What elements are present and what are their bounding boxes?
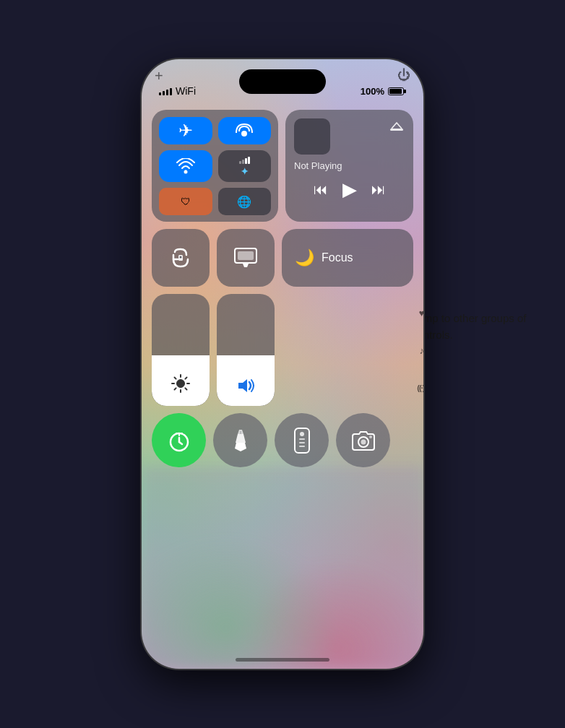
volume-icon-wrap: [236, 377, 256, 397]
svg-rect-22: [299, 442, 305, 443]
svg-line-12: [175, 378, 176, 379]
screen-mirror-icon: [234, 248, 257, 268]
signal-bar-1: [159, 92, 161, 95]
signal-bar-4: [170, 88, 172, 95]
screen-mirror-tile[interactable]: [217, 229, 275, 287]
music-side-icon: ♪: [419, 345, 423, 356]
rotation-lock-icon: [169, 246, 192, 269]
brightness-icon-wrap: [171, 374, 190, 396]
airplay-button[interactable]: [389, 118, 405, 137]
battery-fill: [389, 89, 402, 94]
album-art: [294, 118, 330, 155]
wifi-button[interactable]: [159, 150, 212, 183]
network-bottom-row: 🛡 🌐: [159, 188, 271, 215]
brightness-icon: [171, 374, 190, 393]
forward-button[interactable]: ⏭: [371, 181, 386, 198]
globe-icon: 🌐: [237, 195, 251, 209]
airdrop-button[interactable]: [218, 117, 272, 144]
rewind-button[interactable]: ⏮: [314, 181, 328, 198]
sliders-row: ♥ ♪ ((·)): [152, 294, 413, 406]
media-tile[interactable]: Not Playing ⏮ ▶ ⏭: [285, 110, 413, 222]
battery-icon: [388, 87, 406, 95]
signal-bar-2: [163, 91, 165, 95]
battery-tip: [404, 90, 406, 93]
globe-button[interactable]: 🌐: [218, 188, 272, 215]
torch-button[interactable]: [213, 413, 267, 467]
svg-point-25: [361, 439, 366, 444]
remote-button[interactable]: [275, 413, 329, 467]
phone-frame: + ⏻ WiFi 100%: [142, 59, 423, 669]
svg-point-26: [369, 436, 372, 438]
camera-button[interactable]: [336, 413, 390, 467]
svg-rect-23: [299, 446, 305, 447]
torch-icon: [230, 428, 251, 453]
bottom-row: [152, 413, 413, 467]
focus-icon: 🌙: [295, 248, 314, 267]
cellular-bars: [239, 155, 250, 164]
svg-rect-2: [390, 129, 403, 131]
svg-point-20: [300, 432, 304, 436]
svg-point-4: [180, 256, 182, 259]
media-controls: ⏮ ▶ ⏭: [294, 178, 405, 201]
row-1: ✈: [152, 110, 413, 222]
battery-body: [388, 87, 404, 95]
focus-tile[interactable]: 🌙 Focus: [282, 229, 413, 287]
svg-point-0: [241, 131, 247, 136]
wifi-side-indicator: ((·)): [417, 384, 423, 392]
camera-icon: [350, 430, 376, 451]
remote-icon: [293, 428, 311, 454]
play-button[interactable]: ▶: [342, 178, 357, 201]
svg-point-7: [177, 380, 185, 388]
cellular-area: ✦: [218, 150, 272, 183]
signal-bars: [159, 87, 172, 95]
svg-point-1: [184, 170, 187, 173]
dynamic-island: [239, 69, 326, 94]
airplane-mode-button[interactable]: ✈: [159, 117, 212, 144]
svg-marker-18: [236, 434, 246, 443]
rotation-lock-tile[interactable]: [152, 229, 210, 287]
plus-button[interactable]: +: [155, 68, 163, 84]
svg-marker-16: [238, 379, 247, 392]
home-indicator: [236, 658, 329, 662]
control-center: ✈: [152, 110, 413, 467]
phone-bg-bottom: [142, 467, 423, 669]
svg-line-13: [185, 388, 186, 389]
vpn-icon: 🛡: [181, 196, 191, 207]
heart-side-icon: ♥: [419, 308, 423, 318]
side-indicators: ♥ ♪ ((·)): [417, 294, 423, 406]
network-top-grid: ✈: [159, 117, 271, 182]
wifi-icon: [176, 158, 195, 174]
annotation-text: Jump to other groups of controls.: [412, 311, 542, 343]
status-left: WiFi: [159, 85, 196, 97]
row-2: 🌙 Focus: [152, 229, 413, 287]
volume-slider-tile[interactable]: [217, 294, 275, 406]
airplane-icon: ✈: [178, 121, 193, 141]
svg-rect-6: [238, 251, 254, 260]
bluetooth-icon: ✦: [241, 166, 249, 177]
wifi-status-icon: WiFi: [176, 85, 196, 97]
timer-button[interactable]: [152, 413, 206, 467]
media-header: [294, 118, 405, 155]
svg-line-15: [175, 388, 176, 389]
power-button[interactable]: ⏻: [397, 68, 410, 83]
svg-line-14: [185, 378, 186, 379]
network-group-tile[interactable]: ✈: [152, 110, 278, 222]
not-playing-label: Not Playing: [294, 160, 405, 171]
signal-bar-3: [166, 90, 168, 95]
brightness-slider-tile[interactable]: [152, 294, 210, 406]
status-right: 100%: [361, 86, 406, 97]
svg-rect-21: [299, 438, 305, 440]
volume-icon: [236, 377, 256, 394]
airplay-icon: [389, 118, 405, 134]
battery-percent: 100%: [361, 86, 384, 97]
vpn-button[interactable]: 🛡: [159, 188, 212, 215]
focus-label: Focus: [322, 251, 353, 264]
airdrop-icon: [235, 121, 254, 140]
timer-icon: [167, 428, 191, 453]
